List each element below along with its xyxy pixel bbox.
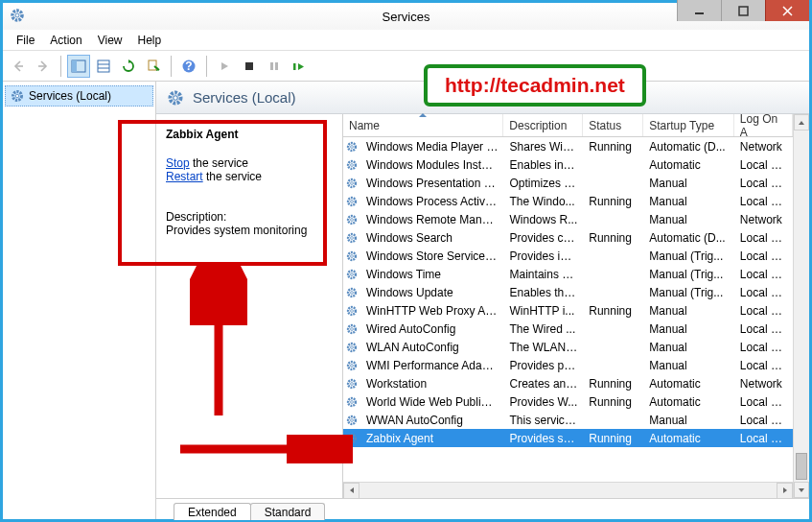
scroll-down-button[interactable] xyxy=(794,482,809,498)
sort-asc-icon xyxy=(418,112,428,118)
service-row[interactable]: Windows Media Player Net...Shares Win...… xyxy=(343,137,793,155)
column-header-description[interactable]: Description xyxy=(503,114,583,136)
export-list-button[interactable] xyxy=(142,55,165,78)
service-row[interactable]: WMI Performance AdapterProvides pe...Man… xyxy=(343,356,793,374)
vscroll-track[interactable] xyxy=(794,130,809,482)
horizontal-scrollbar[interactable] xyxy=(343,482,793,498)
cell-name: WLAN AutoConfig xyxy=(360,341,504,354)
column-header-startup-type[interactable]: Startup Type xyxy=(643,114,734,136)
cell-description: Shares Win... xyxy=(504,140,584,154)
cell-startup-type: Manual xyxy=(643,213,734,226)
menu-action[interactable]: Action xyxy=(42,32,89,49)
menu-help[interactable]: Help xyxy=(130,32,170,49)
cell-status: Running xyxy=(583,432,643,445)
service-row[interactable]: Windows TimeMaintains d...Manual (Trig..… xyxy=(343,265,793,283)
services-gear-icon xyxy=(9,7,28,26)
svg-point-41 xyxy=(351,327,354,330)
vertical-scrollbar[interactable] xyxy=(793,114,809,498)
service-row[interactable]: Windows Remote Manage...Windows R...Manu… xyxy=(343,210,793,228)
svg-point-51 xyxy=(351,418,354,421)
tab-extended[interactable]: Extended xyxy=(174,503,251,520)
service-row[interactable]: WorkstationCreates and...RunningAutomati… xyxy=(343,374,793,392)
tab-standard[interactable]: Standard xyxy=(250,503,326,520)
svg-point-1 xyxy=(15,13,19,17)
svg-point-21 xyxy=(351,145,354,148)
cell-description: This service ... xyxy=(504,414,584,427)
column-header-status[interactable]: Status xyxy=(583,114,643,136)
stop-service-link[interactable]: Stop xyxy=(166,156,190,170)
cell-log-on-a: Local Sys xyxy=(734,322,793,336)
cell-description: Windows R... xyxy=(504,213,584,226)
cell-log-on-a: Local Sys xyxy=(734,158,793,172)
service-row[interactable]: WLAN AutoConfigThe WLANS...ManualLocal S… xyxy=(343,338,793,356)
cell-description: The Windo... xyxy=(504,195,584,208)
service-row[interactable]: Windows Process Activati...The Windo...R… xyxy=(343,192,793,210)
cell-startup-type: Manual (Trig... xyxy=(643,249,734,263)
menu-file[interactable]: File xyxy=(9,32,42,49)
cell-name: Windows Update xyxy=(360,286,504,299)
scroll-right-button[interactable] xyxy=(777,483,793,499)
service-rows[interactable]: Windows Media Player Net...Shares Win...… xyxy=(343,137,793,482)
cell-name: Windows Store Service (WS... xyxy=(360,249,504,263)
vscroll-thumb[interactable] xyxy=(796,453,807,480)
service-row[interactable]: Windows SearchProvides co...RunningAutom… xyxy=(343,228,793,247)
service-row[interactable]: World Wide Web Publishin...Provides W...… xyxy=(343,392,793,411)
svg-point-23 xyxy=(351,163,354,166)
cell-name: Wired AutoConfig xyxy=(360,322,504,336)
cell-name: Zabbix Agent xyxy=(360,432,504,445)
play-button[interactable] xyxy=(213,55,236,78)
cell-log-on-a: Local Ser xyxy=(734,268,793,281)
cell-name: Windows Process Activati... xyxy=(360,195,504,208)
cell-startup-type: Automatic (D... xyxy=(643,231,734,245)
service-row[interactable]: Wired AutoConfigThe Wired ...ManualLocal… xyxy=(343,320,793,338)
svg-rect-9 xyxy=(149,60,156,70)
content-header: Services (Local) xyxy=(156,82,809,114)
svg-rect-6 xyxy=(98,60,109,72)
column-header-name[interactable]: Name xyxy=(343,114,503,136)
service-row[interactable]: WWAN AutoConfigThis service ...ManualLoc… xyxy=(343,411,793,429)
maximize-button[interactable] xyxy=(721,0,765,21)
minimize-button[interactable] xyxy=(677,0,721,21)
close-button[interactable] xyxy=(765,0,809,21)
hscroll-track[interactable] xyxy=(360,483,777,499)
cell-status: Running xyxy=(583,195,643,208)
cell-startup-type: Automatic xyxy=(643,395,734,409)
toolbar-separator xyxy=(171,56,172,77)
scroll-left-button[interactable] xyxy=(343,483,360,499)
titlebar[interactable]: Services xyxy=(3,3,809,30)
column-header-log-on-a[interactable]: Log On A xyxy=(734,114,793,136)
service-row[interactable]: WinHTTP Web Proxy Auto-...WinHTTP i...Ru… xyxy=(343,301,793,320)
restart-service-link[interactable]: Restart xyxy=(166,170,203,183)
service-row[interactable]: Windows Modules InstallerEnables inst...… xyxy=(343,155,793,174)
cell-status: Running xyxy=(583,395,643,409)
menu-view[interactable]: View xyxy=(90,32,130,49)
cell-startup-type: Manual (Trig... xyxy=(643,286,734,299)
restart-button[interactable] xyxy=(288,55,311,78)
service-row[interactable]: Windows UpdateEnables the ...Manual (Tri… xyxy=(343,283,793,301)
service-row[interactable]: Windows Presentation Fou...Optimizes p..… xyxy=(343,174,793,192)
tree-pane[interactable]: Services (Local) xyxy=(3,82,156,519)
service-gear-icon xyxy=(343,177,360,190)
scroll-up-button[interactable] xyxy=(794,114,809,130)
tree-item-services-local[interactable]: Services (Local) xyxy=(5,85,153,107)
help-button[interactable]: ? xyxy=(177,55,200,78)
properties-grid-button[interactable] xyxy=(92,55,115,78)
split-panes: Zabbix Agent Stop the service Restart th… xyxy=(156,114,809,498)
refresh-button[interactable] xyxy=(117,55,140,78)
svg-point-37 xyxy=(351,291,354,294)
svg-point-35 xyxy=(351,273,354,275)
service-row[interactable]: Zabbix AgentProvides sys...RunningAutoma… xyxy=(343,429,793,447)
pause-button[interactable] xyxy=(263,55,286,78)
cell-startup-type: Manual xyxy=(643,322,734,336)
cell-startup-type: Manual xyxy=(643,304,734,318)
show-hide-tree-button[interactable] xyxy=(67,55,90,78)
cell-name: WinHTTP Web Proxy Auto-... xyxy=(360,304,504,318)
back-button[interactable] xyxy=(7,55,30,78)
service-gear-icon xyxy=(343,158,360,172)
cell-status: Running xyxy=(583,140,643,154)
toolbar-separator xyxy=(60,56,61,77)
service-row[interactable]: Windows Store Service (WS...Provides inf… xyxy=(343,247,793,265)
svg-rect-14 xyxy=(275,62,278,70)
stop-button[interactable] xyxy=(238,55,261,78)
forward-button[interactable] xyxy=(32,55,55,78)
